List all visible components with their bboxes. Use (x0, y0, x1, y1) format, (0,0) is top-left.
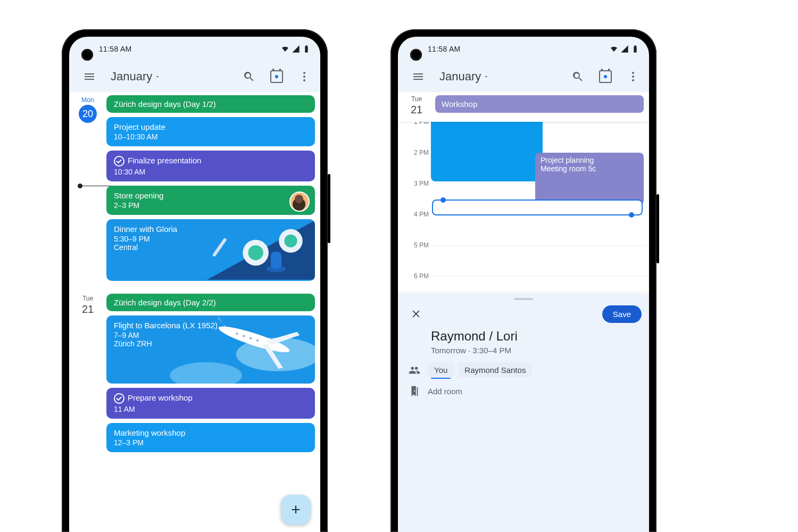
signal-icon (620, 45, 629, 53)
resize-handle-icon[interactable] (629, 212, 634, 218)
day-header: Tue 21 Workshop (398, 92, 649, 122)
event-chip[interactable]: Store opening2–3 PM (106, 186, 315, 215)
event-chip-task[interactable]: Prepare workshop11 AM (106, 388, 315, 419)
hour-label: 4 PM (398, 211, 429, 218)
camera-hole (81, 49, 93, 61)
svg-point-0 (303, 72, 305, 74)
svg-point-11 (170, 362, 242, 384)
svg-point-21 (632, 72, 634, 74)
wifi-icon (281, 45, 289, 53)
hour-label: 2 PM (398, 149, 429, 156)
event-title[interactable]: Raymond / Lori (431, 329, 638, 344)
svg-point-22 (632, 76, 634, 78)
grid-event[interactable]: Project planning Meeting room 5c (535, 153, 644, 205)
month-label: January (439, 70, 481, 84)
attendee-chip[interactable]: Raymond Santos (458, 362, 532, 378)
event-chip-illustrated[interactable]: Flight to Barcelona (LX 1952)7–9 AMZüric… (106, 315, 315, 384)
close-icon[interactable] (405, 303, 427, 325)
status-time: 11:58 AM (99, 45, 132, 53)
month-label: January (111, 70, 152, 84)
phone-schedule-view: 11:58 AM January (62, 29, 328, 532)
svg-point-2 (303, 79, 305, 81)
overflow-icon[interactable] (293, 65, 316, 88)
today-icon[interactable] (265, 65, 288, 88)
hour-label: 3 PM (398, 180, 429, 187)
chevron-down-icon (154, 73, 161, 80)
chevron-down-icon (483, 73, 489, 80)
resize-handle-icon[interactable] (440, 197, 446, 203)
hour-label: 1 PM (398, 122, 429, 126)
status-time: 11:58 AM (428, 45, 461, 53)
event-chip[interactable]: Zürich design days (Day 2/2) (106, 294, 315, 311)
event-chip[interactable]: Zürich design days (Day 1/2) (106, 95, 315, 113)
today-icon[interactable] (594, 65, 617, 88)
battery-icon (631, 45, 639, 53)
phone-day-view: 11:58 AM January (390, 29, 656, 532)
event-chip[interactable]: Project update10–10:30 AM (106, 117, 315, 146)
svg-rect-9 (271, 252, 281, 269)
task-check-icon (114, 393, 124, 404)
menu-icon[interactable] (406, 65, 430, 88)
room-icon (409, 385, 420, 397)
create-event-sheet: Save Raymond / Lori Tomorrow · 3:30–4 PM… (398, 294, 649, 532)
date-header[interactable]: Tue 21 (398, 92, 435, 122)
month-dropdown[interactable]: January (439, 70, 489, 84)
overflow-icon[interactable] (621, 65, 645, 88)
camera-hole (410, 49, 422, 61)
app-bar: January (69, 61, 320, 92)
fab-create[interactable]: + (281, 495, 311, 525)
attendee-chip-you[interactable]: You (428, 362, 454, 378)
task-check-icon (114, 156, 124, 167)
date-badge-today: 20 (79, 105, 97, 123)
event-chip[interactable]: Marketing workshop12–3 PM (106, 423, 315, 452)
wifi-icon (610, 45, 618, 53)
hour-label: 5 PM (398, 242, 429, 249)
attendee-avatar (289, 192, 310, 212)
allday-event[interactable]: Workshop (435, 95, 644, 113)
search-icon[interactable] (566, 65, 589, 88)
search-icon[interactable] (237, 65, 261, 88)
hour-label: 6 PM (398, 272, 429, 280)
grid-event[interactable]: Meeting room 4a (431, 122, 543, 181)
status-bar: 11:58 AM (398, 37, 649, 61)
date-header[interactable]: Tue 21 (69, 290, 106, 456)
new-event-slot[interactable] (432, 200, 643, 215)
battery-icon (302, 45, 311, 53)
schedule-list[interactable]: Mon 20 Zürich design days (Day 1/2) Proj… (69, 92, 320, 532)
month-dropdown[interactable]: January (111, 70, 161, 84)
people-icon (409, 364, 420, 376)
svg-point-1 (303, 76, 305, 78)
app-bar: January (398, 61, 649, 92)
status-bar: 11:58 AM (69, 37, 320, 61)
add-room-button[interactable]: Add room (428, 387, 462, 396)
signal-icon (292, 45, 300, 53)
save-button[interactable]: Save (602, 305, 642, 323)
date-header[interactable]: Mon 20 (69, 92, 106, 285)
event-time[interactable]: Tomorrow · 3:30–4 PM (431, 346, 638, 355)
event-chip-illustrated[interactable]: Dinner with Gloria5:30–9 PMCentral (106, 219, 315, 281)
event-chip-task[interactable]: Finalize presentation10:30 AM (106, 151, 315, 181)
svg-point-23 (632, 79, 634, 81)
menu-icon[interactable] (78, 65, 101, 88)
